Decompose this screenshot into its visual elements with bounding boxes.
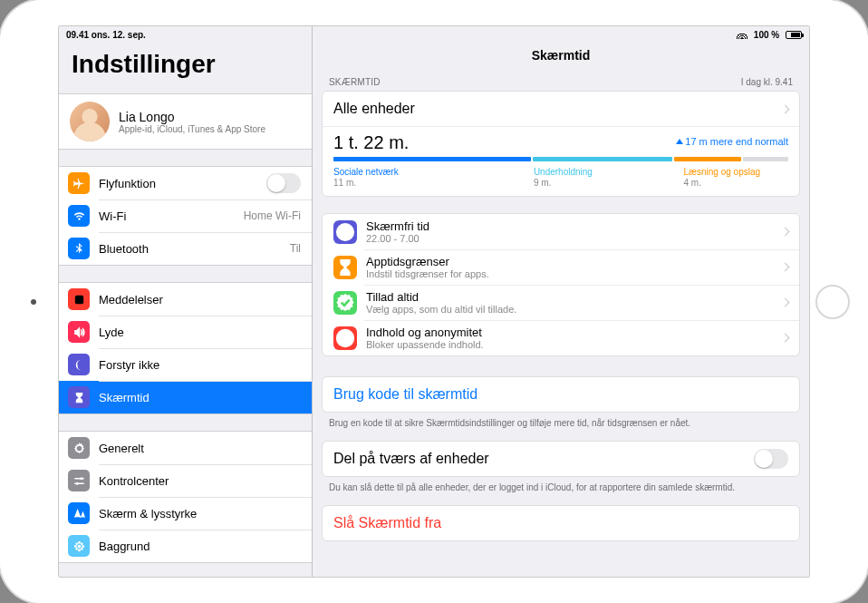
svg-point-11 [81,548,83,550]
sidebar-item-bluetooth[interactable]: Bluetooth Til [59,232,312,265]
sidebar-item-label: Skærm & lysstyrke [99,507,301,520]
sidebar-item-label: Generelt [99,442,301,455]
cat-ent-time: 9 m. [534,178,684,189]
svg-point-9 [81,542,83,545]
passcode-note: Brug en kode til at sikre Skærmtidsindst… [313,413,809,428]
sidebar-item-wifi[interactable]: Wi-Fi Home Wi-Fi [59,199,312,232]
usage-bar-social [333,157,531,161]
sidebar-item-notifications[interactable]: Meddelelser [59,283,312,316]
svg-rect-0 [74,295,82,303]
overview-header-left: SKÆRMTID [329,77,381,87]
svg-point-6 [73,545,76,548]
svg-point-1 [80,477,82,480]
sidebar-item-airplane[interactable]: Flyfunktion [59,167,312,199]
sidebar-item-sounds[interactable]: Lyde [59,316,312,348]
cat-read-name: Læsning og opslag [684,167,788,178]
flower-icon [68,535,90,557]
sidebar-item-wallpaper[interactable]: Baggrund [59,530,312,562]
turn-off-row[interactable]: Slå Skærmtid fra [323,506,799,540]
airplane-icon [68,172,90,194]
chevron-right-icon [781,298,790,307]
settings-sidebar[interactable]: Indstillinger Lia Longo Apple-id, iCloud… [59,26,313,577]
option-sub: Vælg apps, som du altid vil tillade. [366,304,516,315]
option-sub: Bloker upassende indhold. [366,339,484,350]
battery-percent: 100 % [754,30,779,40]
sidebar-item-display[interactable]: Skærm & lysstyrke [59,497,312,530]
sidebar-item-label: Forstyr ikke [99,358,301,372]
svg-point-3 [77,544,81,548]
sidebar-item-screentime[interactable]: Skærmtid [59,381,312,413]
svg-point-8 [75,542,78,545]
chevron-right-icon [781,263,790,272]
bluetooth-icon [68,238,90,259]
sidebar-item-label: Bluetooth [99,242,290,256]
svg-point-5 [78,549,81,551]
sidebar-item-label: Meddelelser [99,293,301,306]
option-app-limits[interactable]: ApptidsgrænserIndstil tidsgrænser for ap… [323,249,799,285]
sidebar-item-label: Lyde [99,326,301,339]
usage-overview-card: Alle enheder 1 t. 22 m. 17 m mere end no… [322,91,800,197]
usage-bar-other [743,157,788,161]
option-title: Skærmfri tid [366,219,429,233]
category-legend: Sociale netværk11 m. Underholdning9 m. L… [323,167,799,196]
overview-timestamp: I dag kl. 9.41 [741,77,793,87]
avatar [70,102,110,141]
cat-read-time: 4 m. [684,178,788,189]
sidebar-group-notifications: Meddelelser Lyde Forstyr ikke Skærmtid [59,282,312,414]
option-sub: Indstil tidsgrænser for apps. [366,268,489,279]
apple-id-sub: Apple-id, iCloud, iTunes & App Store [119,124,265,134]
wifi-icon [68,205,90,227]
sidebar-item-label: Baggrund [99,540,301,553]
turn-off-label: Slå Skærmtid fra [333,515,441,531]
share-card: Del på tværs af enheder [322,441,800,477]
svg-point-4 [78,540,81,543]
all-devices-label: Alle enheder [333,101,415,117]
delta-text: 17 m mere end normalt [685,136,788,147]
airplane-toggle[interactable] [266,173,301,193]
chevron-right-icon [781,334,790,343]
block-icon [333,326,357,350]
check-badge-icon [333,291,357,315]
cat-social-time: 11 m. [333,178,534,189]
battery-icon [786,31,802,39]
share-across-devices-row[interactable]: Del på tværs af enheder [323,442,799,476]
hourglass-icon [68,386,90,408]
sidebar-group-general: Generelt Kontrolcenter Skærm & lysstyrke… [59,431,312,563]
cat-ent-name: Underholdning [534,167,684,178]
usage-bar-entertainment [533,157,672,161]
home-button[interactable] [815,285,850,319]
passcode-card: Brug kode til skærmtid [322,376,800,413]
share-toggle[interactable] [754,449,788,469]
chevron-right-icon [781,228,790,237]
sidebar-item-control-center[interactable]: Kontrolcenter [59,464,312,497]
apple-id-row[interactable]: Lia Longo Apple-id, iCloud, iTunes & App… [59,93,312,150]
share-label: Del på tværs af enheder [333,451,489,467]
front-camera [31,299,36,305]
page-title: Skærmtid [313,44,809,66]
overview-header: SKÆRMTID I dag kl. 9.41 [313,66,809,91]
options-card: Skærmfri tid22.00 - 7.00 ApptidsgrænserI… [322,213,800,356]
wifi-value: Home Wi-Fi [244,209,301,222]
sidebar-item-dnd[interactable]: Forstyr ikke [59,348,312,381]
status-bar: 09.41 ons. 12. sep. 100 % [59,26,809,43]
arrow-up-icon [676,139,683,144]
option-title: Apptidsgrænser [366,255,489,268]
screentime-pane[interactable]: Skærmtid SKÆRMTID I dag kl. 9.41 Alle en… [313,26,809,577]
apple-id-name: Lia Longo [119,110,265,124]
all-devices-row[interactable]: Alle enheder [323,92,799,126]
chevron-right-icon [781,104,790,113]
usage-bar [333,157,788,161]
sounds-icon [68,321,90,343]
sidebar-item-general[interactable]: Generelt [59,432,312,464]
use-passcode-row[interactable]: Brug kode til skærmtid [323,377,799,412]
use-passcode-label: Brug kode til skærmtid [333,386,477,403]
option-content-privacy[interactable]: Indhold og anonymitetBloker upassende in… [323,320,799,355]
wifi-status-icon [737,31,747,39]
svg-point-7 [82,545,84,548]
option-downtime[interactable]: Skærmfri tid22.00 - 7.00 [323,214,799,249]
usage-bar-reading [674,157,741,161]
sliders-icon [68,470,90,491]
option-always-allowed[interactable]: Tillad altidVælg apps, som du altid vil … [323,285,799,320]
clock-icon [333,220,357,244]
gear-icon [68,437,90,459]
